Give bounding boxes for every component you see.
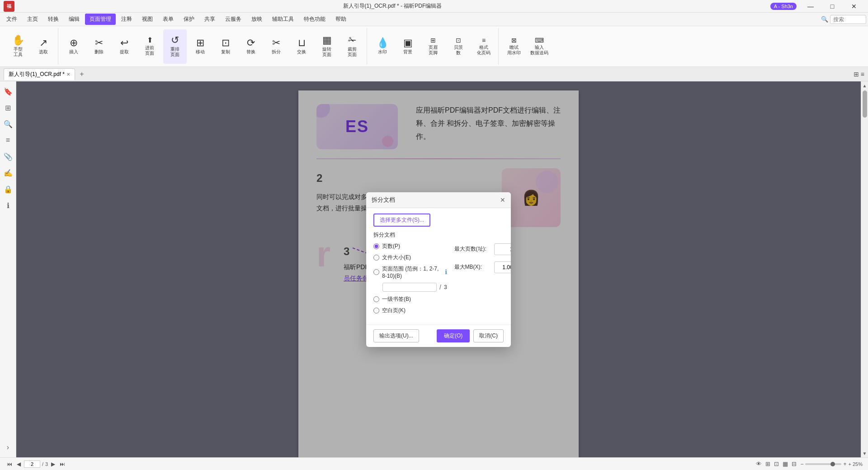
- menu-help[interactable]: 帮助: [331, 14, 351, 25]
- ribbon-pagenum[interactable]: ≡ 格式化页码: [472, 29, 495, 64]
- fit-width-button[interactable]: ⊡: [774, 461, 779, 467]
- menu-share[interactable]: 共享: [200, 14, 220, 25]
- panel-info-icon[interactable]: ℹ: [2, 199, 14, 212]
- radio-blankpage-input[interactable]: [373, 308, 379, 313]
- ribbon-copy[interactable]: ⊡ 复制: [214, 29, 237, 64]
- menu-page-manage[interactable]: 页面管理: [85, 14, 116, 25]
- ribbon-split[interactable]: ✂ 拆分: [264, 29, 288, 64]
- fit-page-button[interactable]: ⊞: [765, 461, 770, 467]
- zoom-level: + 25%: [849, 461, 863, 467]
- tab-add-button[interactable]: +: [76, 68, 88, 80]
- scroll-down-button[interactable]: ▼: [862, 450, 868, 456]
- maximize-button[interactable]: □: [822, 0, 843, 13]
- main-area: 🔖 ⊞ 🔍 ≡ 📎 ✍ 🔒 ℹ › ES: [0, 81, 868, 457]
- search-input[interactable]: [830, 15, 866, 24]
- max-mb-input[interactable]: [495, 263, 511, 272]
- page-range-input[interactable]: [382, 283, 437, 292]
- panel-search-icon[interactable]: 🔍: [2, 118, 14, 130]
- page-number-input[interactable]: [24, 461, 40, 468]
- zoom-thumb[interactable]: [830, 462, 835, 466]
- view-list-button[interactable]: ≡: [861, 71, 864, 78]
- ribbon-background[interactable]: ▣ 背景: [396, 29, 420, 64]
- radio-pages[interactable]: 页数(P): [373, 242, 447, 250]
- radio-bookmark[interactable]: 一级书签(B): [373, 295, 447, 303]
- panel-page-thumb-icon[interactable]: ⊞: [2, 101, 14, 114]
- menu-view[interactable]: 视图: [137, 14, 157, 25]
- dialog-body: 选择更多文件(S)... 拆分文档 页数(P) 文件大小(E): [366, 208, 511, 324]
- view-double-button[interactable]: ⊟: [792, 461, 797, 467]
- radio-blankpage[interactable]: 空白页(K): [373, 307, 447, 314]
- view-single-button[interactable]: ▦: [783, 461, 788, 467]
- panel-lock-icon[interactable]: 🔒: [2, 183, 14, 195]
- info-icon[interactable]: ℹ: [445, 268, 447, 275]
- input-data-icon: ⌨: [535, 37, 544, 43]
- panel-expand-button[interactable]: ›: [2, 441, 14, 454]
- menu-form[interactable]: 表单: [158, 14, 178, 25]
- panel-bookmark-icon[interactable]: 🔖: [2, 85, 14, 98]
- menu-cloud[interactable]: 云服务: [221, 14, 246, 25]
- ribbon-reorder[interactable]: ↺ 重排页面: [163, 29, 187, 64]
- scroll-thumb[interactable]: [863, 90, 867, 118]
- minimize-button[interactable]: —: [800, 0, 821, 13]
- ribbon-group-watermark: 💧 水印 ▣ 背景 ⊞ 页眉页脚 ⊡ 贝茨数 ≡ 格式化页码: [368, 28, 499, 65]
- ribbon-bates[interactable]: ⊡ 贝茨数: [447, 29, 470, 64]
- ribbon-replace[interactable]: ⟳ 替换: [239, 29, 263, 64]
- ribbon-move[interactable]: ⊞ 移动: [189, 29, 212, 64]
- ribbon-extract[interactable]: ↩ 提取: [113, 29, 136, 64]
- select-files-button[interactable]: 选择更多文件(S)...: [373, 214, 430, 227]
- menu-special[interactable]: 特色功能: [299, 14, 330, 25]
- logo-icon: 福: [4, 1, 14, 12]
- radio-pages-input[interactable]: [373, 243, 379, 249]
- ribbon-watermark[interactable]: 💧 水印: [371, 29, 394, 64]
- max-pages-input[interactable]: [495, 245, 511, 254]
- menu-edit[interactable]: 编辑: [64, 14, 84, 25]
- menu-comment[interactable]: 注释: [117, 14, 137, 25]
- menu-file[interactable]: 文件: [2, 14, 22, 25]
- tab-label: 新人引导(1)_OCR.pdf *: [9, 71, 65, 78]
- output-options-button[interactable]: 输出选项(U)...: [373, 329, 419, 342]
- ribbon-rotate[interactable]: ▦ 旋转页面: [315, 29, 339, 64]
- ribbon-advance[interactable]: ⬆ 进前页面: [138, 29, 161, 64]
- panel-attachments-icon[interactable]: 📎: [2, 150, 14, 163]
- panel-layers-icon[interactable]: ≡: [2, 134, 14, 147]
- ribbon-insert[interactable]: ⊕ 插入: [62, 29, 85, 64]
- ribbon-hand-tool[interactable]: ✋ 手型工具: [6, 29, 30, 64]
- tab-close-button[interactable]: ✕: [66, 72, 70, 77]
- radio-filesize[interactable]: 文件大小(E): [373, 254, 447, 261]
- nav-last-button[interactable]: ⏭: [58, 461, 66, 468]
- zoom-in-button[interactable]: +: [843, 461, 846, 467]
- ribbon-select-tool[interactable]: ↗ 选取: [32, 29, 55, 64]
- radio-bookmark-input[interactable]: [373, 296, 379, 302]
- menu-protect[interactable]: 保护: [179, 14, 199, 25]
- cancel-button[interactable]: 取消(C): [473, 329, 504, 342]
- ribbon-trial-watermark[interactable]: ⊠ 瞻试用水印: [502, 29, 526, 64]
- radio-filesize-input[interactable]: [373, 255, 379, 261]
- ribbon-input-data[interactable]: ⌨ 输入数据送码: [528, 29, 551, 64]
- ok-button[interactable]: 确定(O): [437, 329, 470, 342]
- menu-convert[interactable]: 转换: [43, 14, 63, 25]
- canvas-area[interactable]: ES 应用福昕PDF编辑器对PDF文档进行编辑、注释、合并 和拆分、电子签章、加…: [16, 81, 861, 457]
- ribbon-crop[interactable]: ✁ 裁剪页面: [340, 29, 364, 64]
- ribbon-swap[interactable]: ⊔ 交换: [290, 29, 313, 64]
- panel-signature-icon[interactable]: ✍: [2, 166, 14, 179]
- scroll-up-button[interactable]: ▲: [862, 82, 868, 89]
- menu-assist[interactable]: 辅助工具: [268, 14, 298, 25]
- nav-first-button[interactable]: ⏮: [5, 461, 14, 468]
- menu-present[interactable]: 放映: [247, 14, 267, 25]
- nav-next-button[interactable]: ▶: [50, 461, 57, 468]
- menu-home[interactable]: 主页: [23, 14, 42, 25]
- ribbon-delete[interactable]: ✂ 删除: [87, 29, 111, 64]
- fit-eye-button[interactable]: 👁: [756, 461, 762, 467]
- replace-icon: ⟳: [247, 38, 255, 48]
- reorder-icon: ↺: [171, 35, 179, 45]
- ribbon-header-footer[interactable]: ⊞ 页眉页脚: [421, 29, 445, 64]
- radio-pagerange-input[interactable]: [373, 269, 379, 275]
- zoom-out-button[interactable]: −: [800, 461, 803, 467]
- tab-current-file[interactable]: 新人引导(1)_OCR.pdf * ✕: [4, 68, 75, 80]
- radio-pagerange[interactable]: 页面范围 (范例：1, 2-7, 8-10)(B) ℹ: [373, 265, 447, 279]
- dialog-close-button[interactable]: ✕: [500, 196, 505, 204]
- zoom-slider[interactable]: [805, 463, 841, 465]
- nav-prev-button[interactable]: ◀: [15, 461, 22, 468]
- view-grid-button[interactable]: ⊞: [854, 71, 859, 78]
- close-button[interactable]: ✕: [844, 0, 864, 13]
